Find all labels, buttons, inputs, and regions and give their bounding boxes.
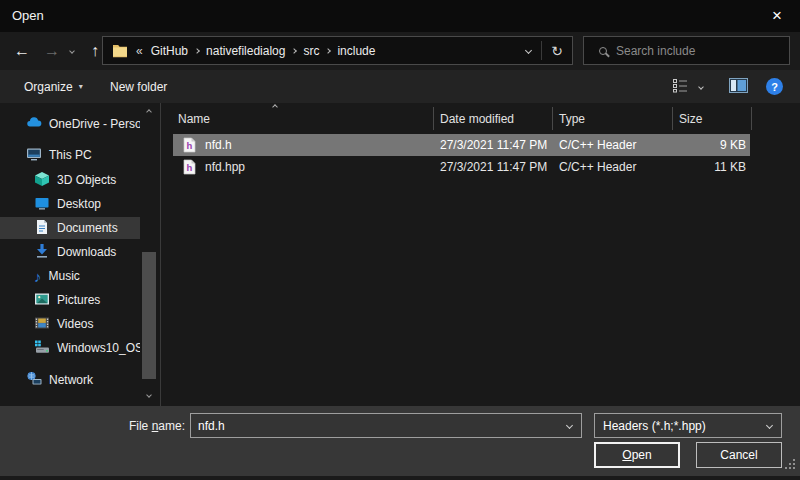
chevron-up-icon	[146, 109, 152, 115]
breadcrumb-item-github[interactable]: GitHub	[145, 44, 194, 58]
sidebar-item-desktop[interactable]: Desktop	[0, 193, 140, 215]
column-header-size[interactable]: Size	[679, 112, 702, 126]
sidebar-item-pictures[interactable]: Pictures	[0, 289, 140, 311]
sidebar-item-windows10-os[interactable]: Windows10_OS (	[0, 337, 140, 359]
forward-icon: →	[44, 42, 60, 60]
up-icon: ↑	[91, 42, 99, 60]
file-name-dropdown-button[interactable]	[557, 414, 581, 437]
file-date-modified: 27/3/2021 11:47 PM	[440, 156, 547, 178]
breadcrumb-item-nativefiledialog[interactable]: nativefiledialog	[200, 44, 291, 58]
column-separator[interactable]	[433, 107, 434, 130]
address-bar-controls: ↻	[515, 37, 572, 64]
sidebar-item-label: Windows10_OS (	[57, 341, 140, 355]
chevron-down-icon	[524, 47, 531, 54]
sidebar-item-downloads[interactable]: Downloads	[0, 241, 140, 263]
back-button[interactable]: ←	[8, 32, 36, 70]
views-dropdown-button[interactable]	[699, 70, 713, 103]
preview-pane-button[interactable]	[729, 70, 748, 103]
file-type-select[interactable]: Headers (*.h;*.hpp)	[594, 413, 782, 438]
sidebar-item-network[interactable]: Network	[0, 369, 140, 391]
document-icon	[34, 219, 50, 238]
music-note-icon: ♪	[34, 269, 42, 284]
open-button-label: Open	[622, 448, 651, 462]
cancel-button-label: Cancel	[720, 448, 757, 462]
sidebar-item-this-pc[interactable]: This PC	[0, 144, 140, 166]
file-row-nfd-h[interactable]: h nfd.h 27/3/2021 11:47 PM C/C++ Header …	[173, 134, 750, 156]
search-box[interactable]	[583, 36, 790, 65]
refresh-button[interactable]: ↻	[542, 37, 572, 64]
chevron-down-icon	[765, 422, 772, 429]
file-type: C/C++ Header	[559, 156, 636, 178]
file-name-label: File name:	[0, 419, 185, 433]
breadcrumb-item-include[interactable]: include	[331, 44, 381, 58]
sidebar-scrollbar[interactable]	[141, 103, 157, 406]
scroll-up-button[interactable]	[141, 105, 157, 119]
scrollbar-thumb[interactable]	[142, 252, 156, 379]
help-icon: ?	[766, 78, 783, 95]
views-button[interactable]	[672, 70, 689, 103]
main-area: OneDrive - Persor This PC 3D Objects Des…	[0, 103, 800, 406]
cancel-button[interactable]: Cancel	[696, 442, 782, 468]
address-dropdown-button[interactable]	[515, 37, 541, 64]
file-name-combobox[interactable]	[190, 413, 582, 438]
file-name-label-pre: File	[129, 419, 152, 433]
file-type-dropdown-button[interactable]	[757, 414, 781, 437]
column-separator[interactable]	[751, 107, 752, 130]
sidebar-item-label: 3D Objects	[57, 173, 116, 187]
chevron-down-icon	[69, 48, 75, 54]
column-header-type[interactable]: Type	[559, 112, 585, 126]
column-separator[interactable]	[552, 107, 553, 130]
network-icon	[26, 371, 42, 390]
navigation-pane: OneDrive - Persor This PC 3D Objects Des…	[0, 103, 160, 406]
sidebar-item-videos[interactable]: Videos	[0, 313, 140, 335]
breadcrumb-overflow[interactable]: «	[136, 44, 143, 58]
cube-icon	[34, 171, 50, 190]
monitor-icon	[26, 146, 42, 165]
details-view-icon	[672, 77, 689, 96]
file-type-value: Headers (*.h;*.hpp)	[595, 419, 757, 433]
file-name: nfd.h	[205, 134, 232, 156]
column-separator[interactable]	[672, 107, 673, 130]
sidebar-item-3d-objects[interactable]: 3D Objects	[0, 169, 140, 191]
sort-ascending-icon	[272, 104, 278, 110]
desktop-icon	[34, 195, 50, 214]
file-row-nfd-hpp[interactable]: h nfd.hpp 27/3/2021 11:47 PM C/C++ Heade…	[173, 156, 750, 178]
breadcrumb-item-src[interactable]: src	[297, 44, 325, 58]
file-date-modified: 27/3/2021 11:47 PM	[440, 134, 547, 156]
column-header-date-modified[interactable]: Date modified	[440, 112, 514, 126]
file-name-input[interactable]	[191, 419, 557, 433]
sidebar-item-label: This PC	[49, 148, 92, 162]
header-file-icon: h	[183, 159, 196, 175]
help-button[interactable]: ?	[766, 70, 783, 103]
sidebar-item-music[interactable]: ♪ Music	[0, 265, 140, 287]
chevron-down-icon	[698, 84, 704, 90]
chevron-down-icon	[565, 422, 572, 429]
sidebar-item-label: OneDrive - Persor	[49, 117, 140, 131]
search-input[interactable]	[616, 44, 789, 58]
open-file-dialog: Open × ← → ↑ « GitHub na	[0, 0, 800, 480]
title-bar: Open ×	[0, 0, 800, 32]
dialog-footer: File name: Headers (*.h;*.hpp) Open Canc…	[0, 406, 800, 476]
column-header-name[interactable]: Name	[178, 112, 210, 126]
sidebar-item-label: Network	[49, 373, 93, 387]
svg-text:h: h	[187, 140, 193, 151]
close-button[interactable]: ×	[754, 0, 800, 32]
download-arrow-icon	[34, 243, 50, 262]
new-folder-button[interactable]: New folder	[110, 70, 167, 103]
sidebar-item-label: Music	[49, 269, 80, 283]
address-bar[interactable]: « GitHub nativefiledialog src include ↻	[102, 36, 573, 65]
file-size: 11 KB	[714, 156, 746, 178]
recent-locations-button[interactable]	[64, 32, 80, 70]
sidebar-item-onedrive[interactable]: OneDrive - Persor	[0, 113, 140, 135]
svg-text:h: h	[187, 162, 193, 173]
open-button[interactable]: Open	[594, 442, 680, 468]
sidebar-item-label: Documents	[57, 221, 118, 235]
forward-button[interactable]: →	[38, 32, 66, 70]
close-icon: ×	[772, 6, 782, 26]
organize-button[interactable]: Organize ▾	[24, 70, 83, 103]
scroll-down-button[interactable]	[141, 388, 157, 402]
folder-icon	[112, 44, 128, 58]
sidebar-item-documents[interactable]: Documents	[0, 217, 140, 239]
resize-grip[interactable]	[785, 467, 787, 469]
onedrive-cloud-icon	[26, 115, 42, 134]
